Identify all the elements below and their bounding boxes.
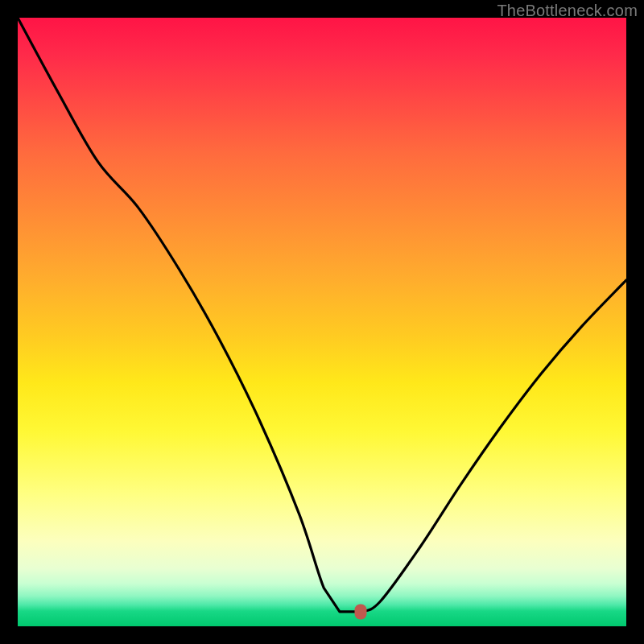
chart-frame: TheBottleneck.com xyxy=(0,0,644,644)
bottleneck-curve xyxy=(18,18,626,626)
optimal-point-marker xyxy=(354,604,366,619)
gradient-plot-area xyxy=(18,18,626,626)
